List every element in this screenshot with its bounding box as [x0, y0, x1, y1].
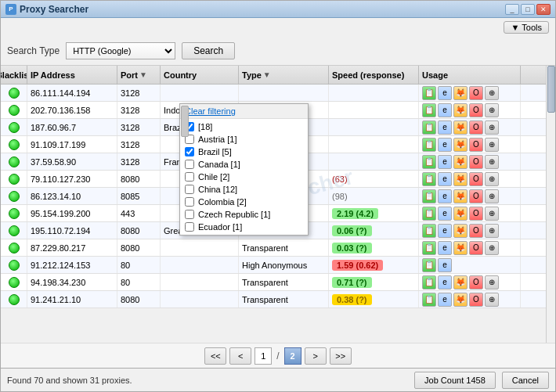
opera-icon[interactable]: O: [469, 293, 483, 307]
filter-item-austria[interactable]: Austria [1]: [180, 133, 308, 146]
copy-icon[interactable]: 📋: [422, 138, 436, 152]
ie-icon[interactable]: e: [438, 120, 452, 135]
status-dot: [9, 277, 20, 288]
filter-item-colombia[interactable]: Colombia [2]: [180, 196, 308, 208]
ie-icon[interactable]: e: [438, 189, 452, 203]
ie-icon[interactable]: e: [438, 224, 452, 238]
copy-icon[interactable]: 📋: [422, 241, 436, 255]
type-filter-icon[interactable]: ▼: [263, 70, 271, 79]
tools-button[interactable]: ▼ Tools: [504, 21, 549, 34]
last-page-button[interactable]: >>: [330, 347, 352, 365]
filter-checkbox-colombia[interactable]: [185, 197, 194, 207]
prev-page-button[interactable]: <: [229, 347, 251, 365]
copy-icon[interactable]: 📋: [422, 103, 436, 117]
copy-icon[interactable]: 📋: [422, 293, 436, 307]
ie-icon[interactable]: e: [438, 103, 452, 117]
firefox-icon[interactable]: 🦊: [453, 103, 468, 117]
firefox-icon[interactable]: 🦊: [453, 275, 468, 290]
minimize-button[interactable]: _: [505, 4, 519, 15]
ie-icon[interactable]: e: [438, 207, 452, 221]
opera-icon[interactable]: O: [469, 103, 483, 117]
ie-icon[interactable]: e: [438, 241, 452, 255]
firefox-icon[interactable]: 🦊: [453, 172, 468, 186]
copy-icon[interactable]: 📋: [422, 189, 436, 203]
page-2-button[interactable]: 2: [284, 347, 301, 365]
chrome-icon[interactable]: ⊕: [485, 275, 499, 290]
filter-item-chile[interactable]: Chile [2]: [180, 171, 308, 183]
chrome-icon[interactable]: ⊕: [485, 293, 499, 307]
cancel-button[interactable]: Cancel: [502, 372, 549, 389]
firefox-icon[interactable]: 🦊: [453, 224, 468, 238]
opera-icon[interactable]: O: [469, 189, 483, 203]
copy-icon[interactable]: 📋: [422, 224, 436, 238]
chrome-icon[interactable]: ⊕: [485, 120, 499, 135]
chrome-icon[interactable]: ⊕: [485, 241, 499, 255]
ie-icon[interactable]: e: [438, 172, 452, 186]
filter-checkbox-brazil[interactable]: [185, 147, 194, 156]
firefox-icon[interactable]: 🦊: [453, 241, 468, 255]
ie-icon[interactable]: e: [438, 138, 452, 152]
copy-icon[interactable]: 📋: [422, 275, 436, 290]
filter-checkbox-czech[interactable]: [185, 210, 194, 219]
filter-checkbox-chile[interactable]: [185, 172, 194, 182]
firefox-icon[interactable]: 🦊: [453, 189, 468, 203]
filter-dropdown[interactable]: Clear filtering [18] Austria [1]: [179, 103, 309, 236]
chrome-icon[interactable]: ⊕: [485, 172, 499, 186]
chrome-icon[interactable]: ⊕: [485, 138, 499, 152]
chrome-icon[interactable]: ⊕: [485, 155, 499, 169]
filter-item-china[interactable]: China [12]: [180, 183, 308, 196]
copy-icon[interactable]: 📋: [422, 120, 436, 135]
chrome-icon[interactable]: ⊕: [485, 189, 499, 203]
filter-item-czech[interactable]: Czech Republic [1]: [180, 208, 308, 221]
firefox-icon[interactable]: 🦊: [453, 120, 468, 135]
filter-checkbox-canada[interactable]: [185, 160, 194, 169]
job-count-button[interactable]: Job Count 1458: [414, 372, 496, 389]
opera-icon[interactable]: O: [469, 275, 483, 290]
filter-item-ecuador[interactable]: Ecuador [1]: [180, 221, 308, 233]
chrome-icon[interactable]: ⊕: [485, 103, 499, 117]
search-button[interactable]: Search: [182, 42, 235, 59]
page-1-button[interactable]: 1: [255, 347, 272, 365]
copy-icon[interactable]: 📋: [422, 172, 436, 186]
opera-icon[interactable]: O: [469, 241, 483, 255]
opera-icon[interactable]: O: [469, 172, 483, 186]
scrollbar-thumb[interactable]: [547, 66, 555, 113]
filter-item-18[interactable]: [18]: [180, 120, 308, 133]
opera-icon[interactable]: O: [469, 138, 483, 152]
ie-icon[interactable]: e: [438, 293, 452, 307]
opera-icon[interactable]: O: [469, 207, 483, 221]
firefox-icon[interactable]: 🦊: [453, 207, 468, 221]
filter-item-canada[interactable]: Canada [1]: [180, 158, 308, 171]
filter-checkbox-ecuador[interactable]: [185, 222, 194, 232]
filter-checkbox-china[interactable]: [185, 185, 194, 194]
first-page-button[interactable]: <<: [204, 347, 226, 365]
copy-icon[interactable]: 📋: [422, 86, 436, 100]
table-row: 94.198.34.230 80 Transparent 0.71 (?) 📋 …: [1, 274, 555, 291]
copy-icon[interactable]: 📋: [422, 155, 436, 169]
ie-icon[interactable]: e: [438, 86, 452, 100]
ie-icon[interactable]: e: [438, 275, 452, 290]
copy-icon[interactable]: 📋: [422, 258, 436, 272]
chrome-icon[interactable]: ⊕: [485, 224, 499, 238]
copy-icon[interactable]: 📋: [422, 207, 436, 221]
close-button[interactable]: ✕: [536, 4, 551, 15]
opera-icon[interactable]: O: [469, 86, 483, 100]
ie-icon[interactable]: e: [438, 155, 452, 169]
search-type-select[interactable]: HTTP (Google) HTTPS SOCKS4 SOCKS5: [66, 42, 175, 59]
filter-item-brazil[interactable]: Brazil [5]: [180, 146, 308, 158]
restore-button[interactable]: □: [521, 4, 535, 15]
clear-filter-button[interactable]: Clear filtering: [185, 106, 236, 116]
opera-icon[interactable]: O: [469, 155, 483, 169]
firefox-icon[interactable]: 🦊: [453, 138, 468, 152]
opera-icon[interactable]: O: [469, 224, 483, 238]
chrome-icon[interactable]: ⊕: [485, 207, 499, 221]
chrome-icon[interactable]: ⊕: [485, 86, 499, 100]
opera-icon[interactable]: O: [469, 120, 483, 135]
firefox-icon[interactable]: 🦊: [453, 155, 468, 169]
next-page-button[interactable]: >: [305, 347, 327, 365]
firefox-icon[interactable]: 🦊: [453, 293, 468, 307]
firefox-icon[interactable]: 🦊: [453, 86, 468, 100]
filter-scrollbar-thumb[interactable]: [181, 106, 189, 137]
ie-icon[interactable]: e: [438, 258, 452, 272]
port-filter-icon[interactable]: ▼: [139, 70, 147, 79]
